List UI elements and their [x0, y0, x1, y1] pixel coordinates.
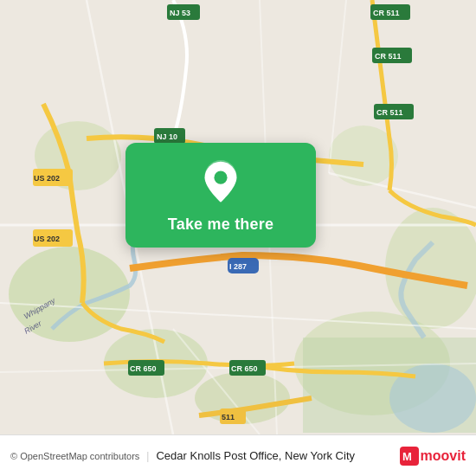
map-container: Whippany River US 202 NJ 53 NJ 10 CR 511… — [0, 0, 476, 476]
svg-point-43 — [214, 171, 227, 184]
svg-text:CR 511: CR 511 — [373, 9, 400, 17]
moovit-logo: M moovit — [400, 447, 466, 466]
svg-text:CR 511: CR 511 — [375, 52, 402, 61]
svg-text:CR 511: CR 511 — [376, 108, 403, 117]
svg-text:M: M — [402, 450, 412, 463]
svg-text:NJ 53: NJ 53 — [170, 9, 190, 17]
svg-text:CR 650: CR 650 — [130, 364, 157, 373]
bottom-bar: © OpenStreetMap contributors | Cedar Kno… — [0, 434, 476, 476]
location-pin-icon — [198, 160, 243, 205]
moovit-brand-text: moovit — [421, 448, 466, 464]
location-label: Cedar Knolls Post Office, New York City — [156, 449, 355, 462]
svg-text:CR 650: CR 650 — [231, 364, 258, 373]
svg-text:I 287: I 287 — [229, 262, 247, 271]
take-me-there-label: Take me there — [168, 215, 273, 234]
svg-text:511: 511 — [222, 413, 235, 421]
moovit-icon: M — [400, 447, 419, 466]
svg-text:US 202: US 202 — [34, 174, 60, 183]
svg-text:US 202: US 202 — [34, 235, 60, 243]
take-me-there-card[interactable]: Take me there — [125, 143, 316, 248]
svg-text:NJ 10: NJ 10 — [157, 132, 177, 141]
copyright-text: © OpenStreetMap contributors — [10, 451, 139, 461]
